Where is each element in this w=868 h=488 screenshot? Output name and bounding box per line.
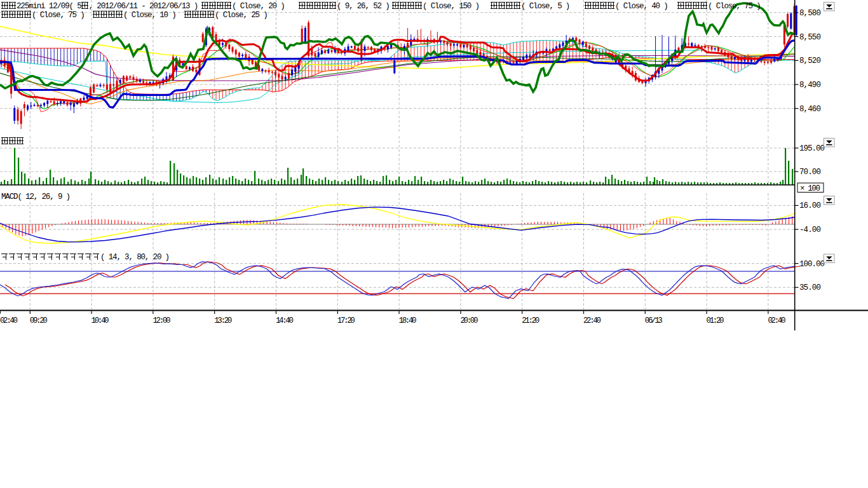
svg-text:100.00: 100.00 (799, 260, 825, 269)
svg-text:17:20: 17:20 (337, 316, 355, 325)
svg-text:195.00: 195.00 (799, 144, 825, 153)
svg-text:14:40: 14:40 (276, 316, 294, 325)
svg-text:18:40: 18:40 (399, 316, 417, 325)
svg-text:10:40: 10:40 (92, 316, 109, 325)
svg-text:× 100: × 100 (800, 184, 820, 193)
svg-text:06/13: 06/13 (645, 316, 663, 325)
svg-text:70.00: 70.00 (799, 168, 821, 177)
svg-text:21:20: 21:20 (522, 316, 539, 325)
svg-text:13:20: 13:20 (214, 316, 232, 325)
svg-text:8,490: 8,490 (799, 81, 821, 90)
svg-text:22:40: 22:40 (583, 316, 601, 325)
svg-text:8,550: 8,550 (799, 33, 821, 42)
svg-text:09:20: 09:20 (30, 316, 48, 325)
svg-text:02:40: 02:40 (768, 316, 785, 325)
svg-text:8,580: 8,580 (799, 9, 821, 18)
svg-text:35.00: 35.00 (799, 283, 821, 292)
svg-text:8,520: 8,520 (799, 57, 821, 65)
svg-text:-4.00: -4.00 (799, 226, 821, 234)
svg-text:8,460: 8,460 (799, 105, 821, 114)
svg-text:02:40: 02:40 (0, 316, 18, 325)
svg-text:12:00: 12:00 (153, 316, 170, 325)
svg-text:20:00: 20:00 (460, 316, 478, 325)
svg-text:01:20: 01:20 (707, 316, 724, 325)
svg-text:16.00: 16.00 (799, 201, 821, 210)
